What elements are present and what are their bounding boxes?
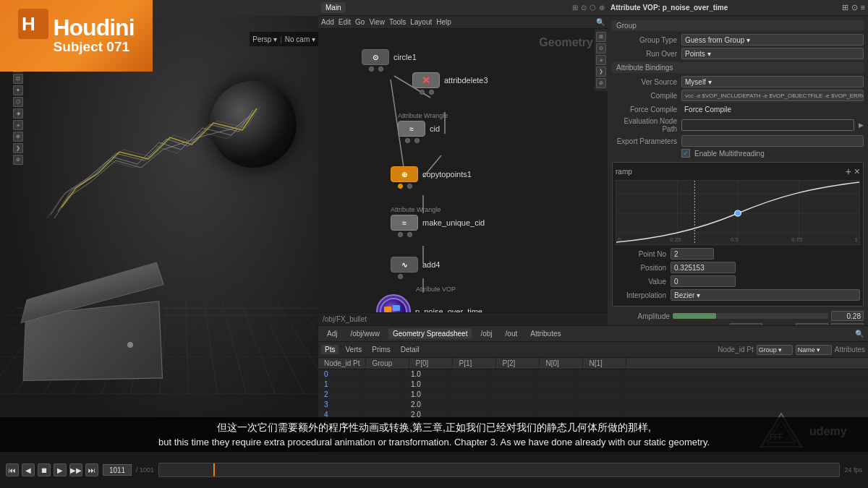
ne-rt-btn-2[interactable]: ⊙: [596, 43, 606, 53]
force-compile-btn[interactable]: Force Compile: [684, 106, 731, 114]
enable-mt-checkbox[interactable]: ✓: [681, 149, 690, 158]
ne-menu-help[interactable]: Help: [436, 18, 451, 26]
export-params-control[interactable]: [681, 135, 864, 147]
ss-col-n0: N[0]: [540, 358, 583, 369]
attr-row-group-type: Group Type Guess from Group ▾: [612, 34, 864, 46]
amplitude-value-box[interactable]: 0.28: [831, 311, 864, 321]
node-make-unique-cid[interactable]: Attribute Wrangle ≈ make_unique_cid: [391, 206, 485, 237]
pb-play-btn[interactable]: ▶: [54, 463, 67, 476]
pb-end-btn[interactable]: ⏭: [85, 463, 98, 476]
attr-panel-icon-3[interactable]: ≡: [861, 3, 865, 12]
pb-prev-btn[interactable]: ◀: [22, 463, 35, 476]
run-over-control[interactable]: Points ▾: [681, 48, 864, 59]
ramp-add-btn[interactable]: +: [846, 166, 851, 177]
node-editor[interactable]: Main ⊞ ⊙ ⬡ ⊕ Add Edit Go View Tools Layo…: [318, 0, 608, 325]
houdini-logo-icon: H: [18, 9, 48, 39]
ss-cell-p1-2: [448, 390, 492, 399]
vp-side-btn-12[interactable]: ❯: [13, 143, 23, 153]
ss-col-group: Group: [366, 358, 409, 369]
attr-panel-icon-1[interactable]: ⊞: [842, 3, 848, 12]
btm-tab-obj2[interactable]: /obj: [476, 328, 496, 339]
attr-panel-icon-2[interactable]: ⊙: [851, 3, 858, 12]
ne-toolbar-icon-4[interactable]: ⊕: [599, 4, 605, 12]
eval-node-browse-icon[interactable]: ▶: [859, 121, 864, 129]
ne-rt-btn-3[interactable]: ≡: [596, 55, 606, 65]
ne-toolbar-icon-2[interactable]: ⊙: [581, 4, 587, 12]
ss-name-dropdown[interactable]: Name ▾: [796, 345, 832, 355]
amplitude-slider[interactable]: [673, 313, 828, 319]
ss-tab-verts[interactable]: Verts: [341, 345, 365, 354]
ne-rt-btn-5[interactable]: ⊘: [596, 78, 606, 88]
ne-rt-btn-4[interactable]: ❯: [596, 67, 606, 77]
ss-tab-pts[interactable]: Pts: [321, 345, 339, 354]
persp-label[interactable]: Persp ▾: [252, 35, 277, 43]
position-control[interactable]: 0.325153: [671, 262, 736, 273]
frame-input[interactable]: 1011: [103, 464, 132, 476]
value-row: Value 0: [616, 275, 860, 287]
vp-side-btn-8[interactable]: ⬡: [13, 97, 23, 107]
wrangle-label-above2: Attribute Wrangle: [391, 206, 441, 213]
bottom-panel-search-icon[interactable]: 🔍: [855, 330, 864, 338]
interp-control[interactable]: Bezier ▾: [671, 289, 860, 301]
viewport-scene[interactable]: Persp ▾ | No cam ▾: [0, 16, 318, 452]
interp-row: Interpolation Bezier ▾: [616, 289, 860, 301]
btm-tab-out[interactable]: /out: [501, 328, 522, 339]
ramp-minus-btn[interactable]: ×: [854, 166, 860, 177]
node-cid-wrangle[interactable]: Attribute Wrangle ≈ cid: [398, 112, 448, 143]
btm-tab-attributes[interactable]: Attributes: [526, 328, 565, 339]
ne-menu-go[interactable]: Go: [355, 18, 365, 26]
vp-side-btn-7[interactable]: ✦: [13, 85, 23, 95]
ss-tab-detail[interactable]: Detail: [397, 345, 423, 354]
viewport-options-bar[interactable]: Persp ▾ | No cam ▾: [250, 32, 318, 46]
pb-stop-btn[interactable]: ⏹: [38, 463, 51, 476]
ne-toolbar-icon-3[interactable]: ⬡: [590, 4, 596, 12]
pb-next-btn[interactable]: ▶▶: [69, 463, 82, 476]
value-label: Value: [616, 278, 666, 286]
ss-cell-p0-2: 1.0: [405, 390, 448, 399]
ne-menu-view[interactable]: View: [369, 18, 385, 26]
node-circle1[interactable]: ⊙ circle1: [362, 49, 417, 72]
ramp-graph[interactable]: 0 0.25 0.5 0.75 1: [616, 180, 860, 245]
node-add4[interactable]: ∿ add4: [391, 257, 440, 279]
vp-side-btn-10[interactable]: ≡: [13, 120, 23, 130]
value-control[interactable]: 0: [671, 275, 736, 287]
ss-cell-p0-3: 2.0: [405, 400, 448, 409]
attr-panel-body: Group Group Type Guess from Group ▾ Run …: [608, 16, 868, 325]
ss-tab-prims[interactable]: Prims: [368, 345, 394, 354]
ne-rt-btn-1[interactable]: ⊞: [596, 32, 606, 42]
btm-tab-obj[interactable]: /obj/www: [346, 328, 384, 339]
ss-cell-id-2: 2: [318, 390, 362, 399]
ne-tab-main[interactable]: Main: [321, 2, 346, 13]
btm-tab-spreadsheet[interactable]: Geometry Spreadsheet: [388, 328, 472, 339]
group-type-control[interactable]: Guess from Group ▾: [681, 34, 864, 46]
compile-control[interactable]: vcc -e $VOP_INCLUDEPATH -e $VOP_OBJECTFI…: [681, 90, 864, 101]
vp-side-btn-9[interactable]: ◈: [13, 108, 23, 119]
node-copytopoints1[interactable]: ⊕ copytopoints1: [391, 166, 472, 189]
ss-group-dropdown[interactable]: Group ▾: [757, 345, 793, 355]
point-no-control[interactable]: 2: [671, 248, 714, 260]
eval-node-control[interactable]: [681, 119, 854, 131]
wrangle-label-above: Attribute Wrangle: [398, 112, 448, 119]
vp-side-btn-13[interactable]: ⊘: [13, 155, 23, 165]
ne-search-icon[interactable]: 🔍: [596, 18, 605, 26]
ne-menu-edit[interactable]: Edit: [339, 18, 351, 26]
node-canvas[interactable]: Geometry ⊙ circle1: [318, 29, 608, 325]
ne-menu-add[interactable]: Add: [321, 18, 334, 26]
ne-toolbar-icon-1[interactable]: ⊞: [572, 4, 578, 12]
ne-menu-tools[interactable]: Tools: [389, 18, 406, 26]
ss-col-n1: N[1]: [583, 358, 626, 369]
ver-source-control[interactable]: Myself ▾: [681, 76, 864, 87]
logo-houdini-text: Houdini: [53, 16, 134, 39]
ne-menu-layout[interactable]: Layout: [410, 18, 432, 26]
timeline[interactable]: [158, 463, 840, 477]
connector-attribdelete3-out: [420, 90, 425, 95]
vp-side-btn-11[interactable]: ⊕: [13, 132, 23, 142]
node-attribdelete3[interactable]: ✕ attribdelete3: [412, 72, 488, 95]
vp-side-btn-6[interactable]: ⊡: [13, 74, 23, 84]
attr-panel-title: Attribute VOP: p_noise_over_time: [610, 4, 728, 12]
btm-tab-adj[interactable]: Adj: [323, 328, 341, 339]
cam-label[interactable]: No cam ▾: [285, 35, 315, 43]
force-compile-control[interactable]: Force Compile: [681, 103, 864, 115]
pb-start-btn[interactable]: ⏮: [6, 463, 19, 476]
table-row: 1 1.0: [318, 380, 868, 390]
